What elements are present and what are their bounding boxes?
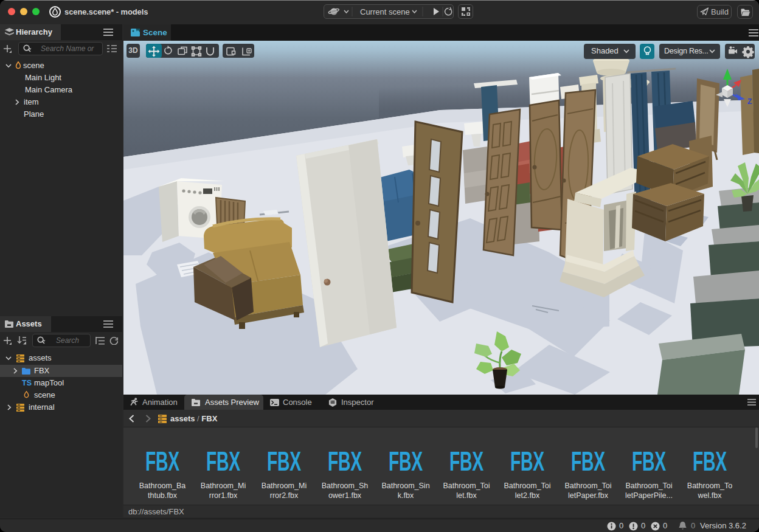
svg-text:Z: Z xyxy=(747,97,752,106)
svg-text:Current scene: Current scene xyxy=(360,7,410,16)
